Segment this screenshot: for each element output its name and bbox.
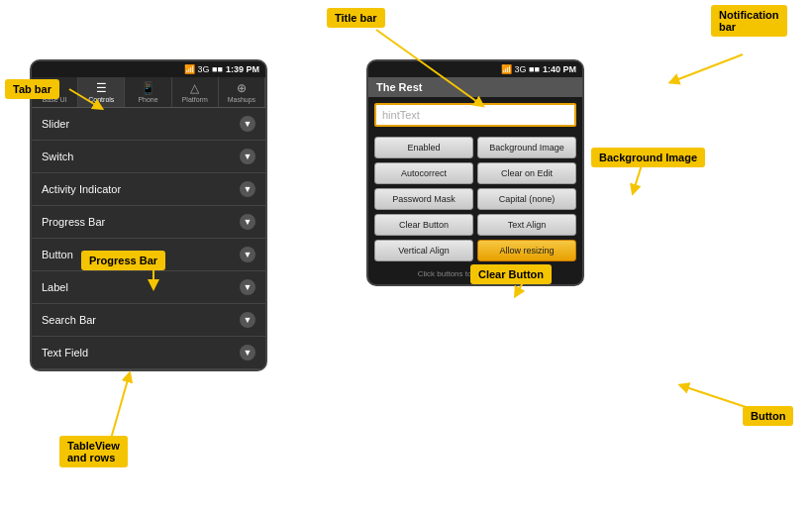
button-label: Button <box>42 249 73 260</box>
text-field-label: Text Field <box>42 347 88 359</box>
annotation-tab-bar: Tab bar <box>5 79 59 99</box>
right-phone: 📶 3G ■■ 1:40 PM The Rest hintText Enable… <box>366 59 584 286</box>
hint-text: hintText <box>382 109 420 121</box>
controls-icon: ☰ <box>96 81 107 95</box>
list-item-label[interactable]: Label ▼ <box>32 271 265 304</box>
capital-none-button[interactable]: Capital (none) <box>477 188 576 210</box>
allow-resizing-button[interactable]: Allow resizing <box>477 240 576 261</box>
chevron-icon: ▼ <box>240 312 255 328</box>
autocorrect-button[interactable]: Autocorrect <box>374 162 473 184</box>
annotation-progress-bar: Progress Bar <box>81 251 165 270</box>
switch-label: Switch <box>42 151 73 162</box>
clear-on-edit-button[interactable]: Clear on Edit <box>477 162 576 184</box>
annotation-tableview: TableView and rows <box>59 436 128 467</box>
signal-icons: 📶 3G ■■ <box>184 64 223 74</box>
progress-bar-label: Progress Bar <box>42 216 105 228</box>
clear-button-btn[interactable]: Clear Button <box>374 214 473 236</box>
text-align-button[interactable]: Text Align <box>477 214 576 236</box>
list-item-text-field[interactable]: Text Field ▼ <box>32 337 265 369</box>
right-status-bar: 📶 3G ■■ 1:40 PM <box>368 61 582 77</box>
list-item-search-bar[interactable]: Search Bar ▼ <box>32 304 265 337</box>
tab-bar: ⊞ Base UI ☰ Controls 📱 Phone △ Platform … <box>32 77 265 108</box>
tab-mashups-label: Mashups <box>228 96 255 103</box>
tab-platform[interactable]: △ Platform <box>172 77 219 107</box>
left-status-bar: 📶 3G ■■ 1:39 PM <box>32 61 265 77</box>
mashups-icon: ⊕ <box>237 81 247 95</box>
right-time: 1:40 PM <box>543 64 576 74</box>
tab-mashups[interactable]: ⊕ Mashups <box>219 77 265 107</box>
search-bar-label: Search Bar <box>42 314 96 326</box>
tab-phone-label: Phone <box>138 96 157 103</box>
annotation-notification-bar: Notification bar <box>711 5 787 37</box>
chevron-icon: ▼ <box>240 149 255 164</box>
annotation-background-image: Background Image <box>591 148 705 167</box>
annotation-button: Button <box>743 406 793 426</box>
chevron-icon: ▼ <box>240 214 255 230</box>
list-item-switch[interactable]: Switch ▼ <box>32 141 265 173</box>
left-phone: 📶 3G ■■ 1:39 PM ⊞ Base UI ☰ Controls 📱 P… <box>30 59 267 371</box>
hint-text-field[interactable]: hintText <box>374 103 576 127</box>
enabled-button[interactable]: Enabled <box>374 137 473 158</box>
activity-indicator-label: Activity Indicator <box>42 183 121 195</box>
list-item-activity-indicator[interactable]: Activity Indicator ▼ <box>32 173 265 206</box>
controls-button-grid: Enabled Background Image Autocorrect Cle… <box>368 133 582 265</box>
chevron-icon: ▼ <box>240 279 255 295</box>
annotation-title-bar: Title bar <box>327 8 385 28</box>
label-label: Label <box>42 281 68 293</box>
slider-label: Slider <box>42 118 69 130</box>
password-mask-button[interactable]: Password Mask <box>374 188 473 210</box>
chevron-icon: ▼ <box>240 181 255 197</box>
tab-phone[interactable]: 📱 Phone <box>125 77 171 107</box>
list-item-slider[interactable]: Slider ▼ <box>32 108 265 141</box>
chevron-icon: ▼ <box>240 116 255 132</box>
tab-platform-label: Platform <box>182 96 208 103</box>
phone-icon: 📱 <box>141 81 155 95</box>
platform-icon: △ <box>190 81 199 95</box>
left-time: 1:39 PM <box>226 64 259 74</box>
tab-controls-label: Controls <box>88 96 114 103</box>
vertical-align-button[interactable]: Vertical Align <box>374 240 473 261</box>
right-signal-icons: 📶 3G ■■ <box>501 64 540 74</box>
tab-controls[interactable]: ☰ Controls <box>78 77 125 107</box>
annotation-clear-button: Clear Button <box>470 264 552 284</box>
title-bar-text: The Rest <box>376 81 422 93</box>
background-image-button[interactable]: Background Image <box>477 137 576 158</box>
chevron-icon: ▼ <box>240 345 255 360</box>
title-bar: The Rest <box>368 77 582 97</box>
chevron-icon: ▼ <box>240 247 255 262</box>
list-item-progress-bar[interactable]: Progress Bar ▼ <box>32 206 265 239</box>
